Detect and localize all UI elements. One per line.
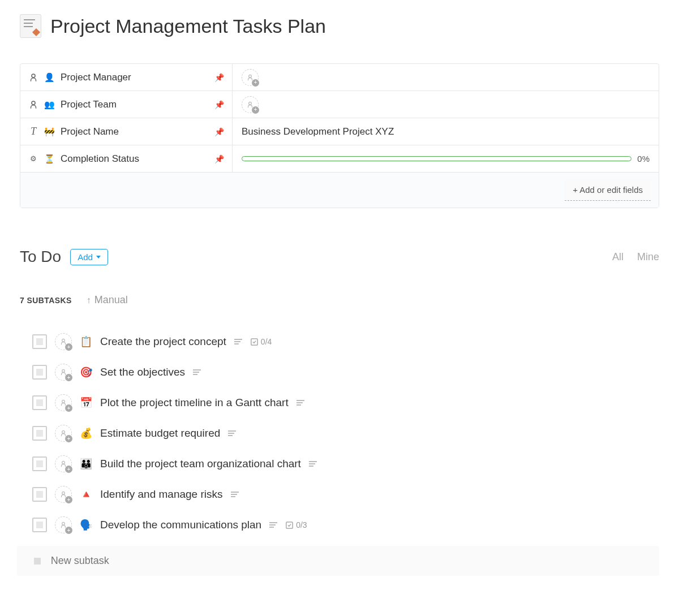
pin-icon[interactable]: 📌 (214, 154, 224, 163)
svg-rect-12 (286, 522, 293, 528)
svg-point-7 (62, 400, 65, 403)
task-emoji-icon: 📋 (80, 335, 92, 348)
text-field-icon: T (28, 127, 38, 137)
task-title[interactable]: Identify and manage risks (100, 488, 223, 501)
task-title[interactable]: Create the project concept (100, 335, 226, 348)
svg-point-10 (62, 492, 65, 494)
task-title[interactable]: Build the project team organizational ch… (100, 458, 301, 470)
arrow-up-icon: ↑ (87, 295, 91, 305)
project-name-text: Business Development Project XYZ (242, 126, 394, 137)
assign-person-icon[interactable]: + (55, 394, 72, 411)
task-emoji-icon: 🎯 (80, 366, 92, 378)
hourglass-emoji-icon: ⏳ (44, 154, 55, 164)
new-subtask-input[interactable] (51, 555, 642, 567)
subtask-row[interactable]: +🔺Identify and manage risks (32, 479, 659, 510)
assign-person-icon[interactable]: + (55, 486, 72, 503)
pin-icon[interactable]: 📌 (214, 73, 224, 82)
filter-mine-tab[interactable]: Mine (637, 251, 659, 263)
field-value-completion-status: 0% (233, 145, 659, 172)
subtask-row[interactable]: +📋Create the project concept0/4 (32, 326, 659, 357)
checkbox[interactable] (32, 487, 47, 502)
team-emoji-icon: 👥 (44, 100, 55, 110)
add-button-label: Add (78, 252, 93, 262)
svg-rect-5 (251, 338, 257, 344)
new-subtask-row[interactable] (17, 546, 659, 576)
assign-person-icon[interactable]: + (55, 516, 72, 533)
assign-person-icon[interactable]: + (55, 364, 72, 381)
task-emoji-icon: 💰 (80, 427, 92, 440)
field-label: Project Manager (61, 72, 131, 83)
description-icon[interactable] (309, 461, 317, 467)
person-field-icon (28, 100, 38, 110)
field-row-project-manager[interactable]: 👤 Project Manager 📌 + (20, 64, 659, 91)
field-value-project-manager[interactable]: + (233, 64, 659, 91)
description-icon[interactable] (228, 430, 236, 436)
checkbox[interactable] (32, 426, 47, 441)
field-row-project-team[interactable]: 👥 Project Team 📌 + (20, 91, 659, 118)
page-title: Project Management Tasks Plan (50, 15, 326, 37)
checkbox-icon (34, 558, 41, 565)
construction-emoji-icon: 🚧 (44, 127, 55, 137)
formula-field-icon: ⚙ (28, 154, 38, 164)
svg-point-3 (249, 102, 252, 105)
checkbox[interactable] (32, 334, 47, 349)
task-title[interactable]: Develop the communications plan (100, 519, 261, 531)
person-field-icon (28, 72, 38, 83)
field-row-completion-status[interactable]: ⚙ ⏳ Completion Status 📌 0% (20, 145, 659, 173)
checkbox[interactable] (32, 365, 47, 380)
svg-point-2 (32, 101, 35, 105)
description-icon[interactable] (234, 339, 242, 344)
svg-point-1 (249, 75, 252, 77)
description-icon[interactable] (296, 400, 304, 406)
field-row-project-name[interactable]: T 🚧 Project Name 📌 Business Development … (20, 118, 659, 145)
task-emoji-icon: 🗣️ (80, 519, 92, 531)
assign-person-icon[interactable]: + (55, 425, 72, 442)
add-person-icon[interactable]: + (242, 96, 259, 113)
checkbox[interactable] (32, 456, 47, 471)
task-emoji-icon: 🔺 (80, 488, 92, 501)
svg-point-6 (62, 369, 65, 372)
subtask-row[interactable]: +🗣️Develop the communications plan0/3 (32, 510, 659, 540)
svg-point-9 (62, 461, 65, 464)
subtask-row[interactable]: +📅Plot the project timeline in a Gantt c… (32, 387, 659, 418)
pin-icon[interactable]: 📌 (214, 100, 224, 109)
subtask-row[interactable]: +👪Build the project team organizational … (32, 449, 659, 479)
task-title[interactable]: Plot the project timeline in a Gantt cha… (100, 397, 289, 409)
svg-point-0 (32, 74, 35, 77)
pin-icon[interactable]: 📌 (214, 127, 224, 136)
chevron-down-icon (96, 256, 101, 259)
field-value-project-name[interactable]: Business Development Project XYZ (233, 118, 659, 145)
description-icon[interactable] (269, 522, 277, 528)
field-label: Completion Status (61, 153, 139, 165)
add-edit-fields-button[interactable]: + Add or edit fields (565, 179, 651, 201)
task-title[interactable]: Estimate budget required (100, 427, 220, 440)
description-icon[interactable] (193, 369, 201, 375)
field-label: Project Team (61, 99, 117, 110)
svg-point-11 (62, 522, 65, 525)
field-value-project-team[interactable]: + (233, 91, 659, 118)
add-button[interactable]: Add (70, 249, 108, 265)
task-title[interactable]: Set the objectives (100, 366, 185, 378)
assign-person-icon[interactable]: + (55, 333, 72, 350)
task-emoji-icon: 📅 (80, 397, 92, 409)
subtask-row[interactable]: +💰Estimate budget required (32, 418, 659, 449)
task-emoji-icon: 👪 (80, 458, 92, 470)
checkbox[interactable] (32, 395, 47, 410)
checkbox[interactable] (32, 518, 47, 532)
person-emoji-icon: 👤 (44, 72, 55, 83)
subtask-list: +📋Create the project concept0/4+🎯Set the… (20, 326, 659, 540)
subtask-row[interactable]: +🎯Set the objectives (32, 357, 659, 387)
document-icon (20, 14, 41, 38)
section-title: To Do (20, 248, 61, 266)
sort-button[interactable]: ↑ Manual (87, 294, 128, 306)
progress-bar (242, 156, 631, 161)
fields-table: 👤 Project Manager 📌 + 👥 Project Team 📌 + (20, 63, 659, 208)
checklist-count[interactable]: 0/3 (285, 520, 307, 529)
svg-point-8 (62, 430, 65, 433)
add-person-icon[interactable]: + (242, 69, 259, 86)
filter-all-tab[interactable]: All (612, 251, 624, 263)
assign-person-icon[interactable]: + (55, 455, 72, 472)
checklist-count[interactable]: 0/4 (250, 337, 272, 346)
svg-point-4 (62, 339, 65, 342)
description-icon[interactable] (231, 492, 239, 497)
